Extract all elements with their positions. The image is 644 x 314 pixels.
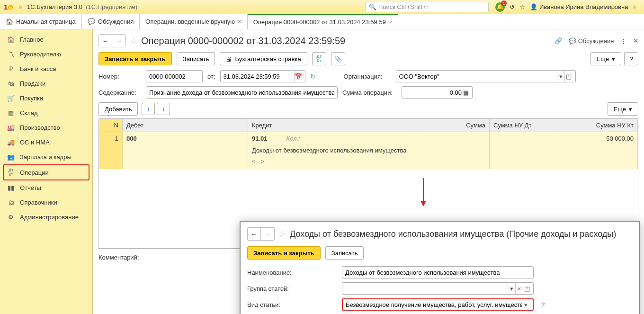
notifications-icon[interactable]: 🔔 1	[495, 2, 505, 12]
date-input[interactable]: 📅	[220, 70, 305, 82]
main-content: ← → ☆ Операция 0000-000002 от 31.03.2024…	[93, 29, 644, 314]
group-input[interactable]: ▾ × ◰	[342, 282, 534, 295]
nav-sidebar: 🏠Главное 〽Руководителю ₽Банк и касса 🛍Пр…	[0, 29, 93, 314]
dtkt-button[interactable]: ДтКт	[312, 52, 326, 65]
header-nudt[interactable]: Сумма НУ Дт	[490, 119, 558, 132]
content-input[interactable]	[146, 86, 338, 99]
menu-icon[interactable]: ≡	[17, 3, 24, 10]
home-icon: 🏠	[7, 36, 15, 43]
forward-button[interactable]: →	[261, 228, 274, 240]
modal-save-close-button[interactable]: Записать и закрыть	[247, 246, 321, 260]
chevron-down-icon[interactable]: ▾	[522, 299, 530, 310]
sidebar-item-refs[interactable]: 🗂Справочники	[0, 195, 92, 210]
save-close-button[interactable]: Записать и закрыть	[98, 52, 172, 65]
global-search[interactable]: 🔍 Поиск Ctrl+Shift+F	[366, 2, 489, 12]
back-button[interactable]: ←	[248, 228, 261, 240]
sidebar-item-sales[interactable]: 🛍Продажи	[0, 76, 92, 91]
sidebar-item-production[interactable]: 🏭Производство	[0, 120, 92, 135]
more-button[interactable]: Еще ▾	[590, 52, 621, 65]
bars-icon: ▮▮	[7, 184, 15, 191]
open-icon[interactable]: ◰	[564, 71, 572, 82]
kind-label: Вид статьи:	[247, 301, 337, 308]
favorite-star-icon[interactable]: ☆	[130, 36, 137, 46]
logo-1c: 1⊜	[4, 3, 14, 11]
kebab-icon[interactable]: ⋮	[620, 37, 626, 45]
save-button[interactable]: Записать	[177, 52, 215, 65]
close-icon[interactable]: ×	[633, 36, 638, 46]
favorites-icon[interactable]: ☆	[519, 3, 525, 10]
add-row-button[interactable]: Добавить	[98, 102, 138, 116]
accounting-report-button[interactable]: 🖨 Бухгалтерская справка	[220, 52, 307, 65]
sidebar-item-hr[interactable]: 👥Зарплата и кадры	[0, 150, 92, 164]
open-tabs: 🏠 Начальная страница 💬 Обсуждения Операц…	[0, 14, 644, 29]
bag-icon: 🛍	[7, 80, 15, 87]
factory-icon: 🏭	[7, 124, 15, 131]
topbar: 1⊜ ≡ 1С:Бухгалтерия 3.0 (1С:Предприятие)…	[0, 0, 644, 14]
tab-manual-operations[interactable]: Операции, введенные вручную ×	[140, 14, 247, 29]
name-input[interactable]	[342, 266, 534, 278]
favorite-star-icon[interactable]: ☆	[278, 229, 286, 239]
annotation-arrow	[419, 178, 428, 206]
header-credit[interactable]: Кредит	[248, 119, 416, 132]
name-label: Наименование:	[247, 269, 337, 276]
clear-icon[interactable]: ×	[515, 283, 523, 294]
header-debit[interactable]: Дебет	[123, 119, 248, 132]
help-button[interactable]: ?	[624, 52, 638, 65]
tab-current-operation[interactable]: Операция 0000-000002 от 31.03.2024 23:59…	[248, 14, 399, 29]
sidebar-item-main[interactable]: 🏠Главное	[0, 32, 92, 47]
history-icon[interactable]: ↺	[510, 3, 515, 10]
move-down-button[interactable]: ↓	[157, 103, 170, 115]
link-icon[interactable]: 🔗	[555, 37, 562, 45]
move-up-button[interactable]: ↑	[142, 103, 155, 115]
header-sum[interactable]: Сумма	[416, 119, 490, 132]
discussion-button[interactable]: 💬 Обсуждение	[569, 37, 614, 45]
page-title: Операция 0000-000002 от 31.03.2024 23:59…	[141, 36, 345, 46]
sum-label: Сумма операции:	[342, 89, 397, 96]
back-button[interactable]: ←	[99, 35, 112, 47]
chevron-down-icon: ▾	[612, 55, 615, 63]
more-icon[interactable]: ≡	[633, 3, 636, 10]
income-item-dialog: ← → ☆ Доходы от безвозмездного использов…	[240, 221, 640, 314]
calendar-icon[interactable]: 📅	[294, 71, 302, 82]
modal-nav: ← →	[247, 227, 275, 241]
sidebar-item-warehouse[interactable]: ▦Склад	[0, 106, 92, 120]
group-label: Группа статей:	[247, 285, 337, 292]
sidebar-item-reports[interactable]: ▮▮Отчеты	[0, 180, 92, 195]
sidebar-item-purchases[interactable]: 🛒Покупки	[0, 91, 92, 106]
chevron-down-icon[interactable]: ▾	[508, 283, 515, 294]
chevron-down-icon: ▾	[629, 106, 632, 113]
user-menu[interactable]: 👤 Иванова Ирина Владимировна	[530, 3, 628, 10]
sum-input[interactable]: ▦	[402, 86, 473, 99]
sidebar-item-manager[interactable]: 〽Руководителю	[0, 47, 92, 62]
sidebar-item-assets[interactable]: 🚚ОС и НМА	[0, 135, 92, 150]
calculator-icon[interactable]: ▦	[462, 87, 469, 98]
sidebar-item-bank[interactable]: ₽Банк и касса	[0, 62, 92, 76]
refresh-icon[interactable]: ↻	[310, 73, 315, 80]
posting-row[interactable]: 1 000 91.01Кол.: Доходы от безвозмездног…	[99, 132, 638, 169]
header-nukt[interactable]: Сумма НУ Кт	[558, 119, 638, 132]
tab-home[interactable]: 🏠 Начальная страница	[0, 14, 82, 29]
header-n[interactable]: N	[99, 119, 123, 132]
printer-icon: 🖨	[226, 55, 232, 63]
gear-icon: ⚙	[7, 214, 15, 221]
content-label: Содержание:	[98, 89, 141, 96]
nav-back-forward: ← →	[98, 34, 126, 47]
number-label: Номер:	[98, 73, 141, 80]
number-input[interactable]	[146, 70, 203, 82]
sidebar-item-admin[interactable]: ⚙Администрирование	[0, 210, 92, 224]
modal-save-button[interactable]: Записать	[325, 246, 364, 260]
kind-input[interactable]: ▾	[342, 298, 534, 311]
open-icon[interactable]: ◰	[523, 283, 530, 294]
box-icon: ▦	[7, 109, 15, 117]
sidebar-item-operations[interactable]: ДтКтОперации	[3, 164, 89, 180]
forward-button[interactable]: →	[112, 35, 125, 47]
attachment-button[interactable]: 📎	[331, 52, 345, 65]
chevron-down-icon[interactable]: ▾	[557, 71, 564, 82]
table-more-button[interactable]: Еще ▾	[608, 102, 638, 116]
dtkt-icon: ДтКт	[7, 168, 15, 177]
close-icon[interactable]: ×	[238, 18, 242, 25]
close-icon[interactable]: ×	[389, 18, 393, 26]
org-input[interactable]: ▾ ◰	[396, 70, 576, 82]
help-icon[interactable]: ?	[541, 301, 545, 308]
tab-discussions[interactable]: 💬 Обсуждения	[82, 14, 140, 29]
